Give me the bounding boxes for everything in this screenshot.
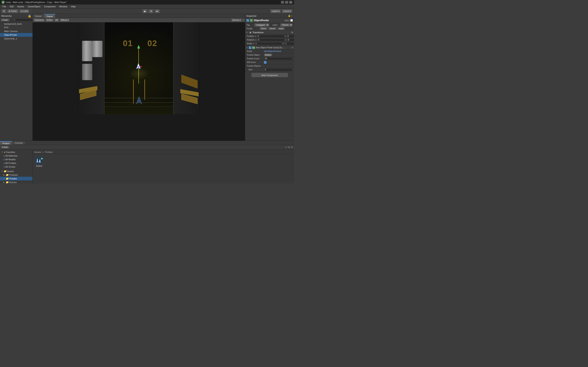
project-tab[interactable]: Project bbox=[0, 141, 12, 145]
rotation-x-input[interactable] bbox=[258, 39, 285, 42]
menu-window[interactable]: Window bbox=[58, 4, 69, 8]
view-tabs: Scene Game bbox=[33, 14, 245, 18]
cylinder-1 bbox=[82, 41, 92, 61]
play-button[interactable]: ▶ bbox=[142, 9, 148, 13]
hierarchy-item-label: Spaceship_1 bbox=[4, 37, 17, 40]
bottom-toolbar: Create ⊙ ⊞ ⚙ bbox=[0, 145, 294, 150]
step-button[interactable]: ⏭ bbox=[155, 9, 160, 13]
all-scripts-item[interactable]: ⊙ All Scripts bbox=[0, 165, 33, 169]
layers-dropdown[interactable]: Layers ▾ bbox=[270, 9, 281, 13]
transform-section-header[interactable]: ▼ ⊞ Transform ⚙ bbox=[245, 30, 294, 34]
bullets-asset[interactable]: Bullets bbox=[34, 156, 44, 168]
all-materials-item[interactable]: ⊙ All Materials bbox=[0, 154, 33, 158]
pooled-object-label: Pooled Object bbox=[247, 54, 263, 56]
menu-help[interactable]: Help bbox=[69, 4, 77, 8]
static-checkbox[interactable] bbox=[290, 19, 293, 22]
script-component-header[interactable]: ▼ C# New Object Pooler Script (Sc... ⚙ bbox=[245, 45, 294, 50]
breadcrumb-assets[interactable]: Assets bbox=[34, 151, 41, 153]
tag-dropdown[interactable]: Untagged bbox=[254, 23, 269, 27]
script-active-checkbox[interactable] bbox=[249, 47, 251, 49]
menu-edit[interactable]: Edit bbox=[8, 4, 15, 8]
main-content: Hierarchy 🔒 Create background_back FPS M… bbox=[0, 14, 294, 184]
object-active-checkbox[interactable] bbox=[246, 19, 249, 22]
hierarchy-item-fps[interactable]: FPS bbox=[0, 26, 33, 29]
gizmos-dropdown[interactable]: Gizmos ▾ bbox=[231, 18, 242, 22]
pos-y-label: Y bbox=[285, 35, 287, 37]
2d-toggle[interactable]: 2D bbox=[54, 18, 59, 22]
scale-row: Scale X Y Z bbox=[245, 42, 294, 45]
bottom-content: ▼ ★ Favorites ⊙ All Materials ⊙ All Mode… bbox=[0, 150, 294, 184]
hierarchy-create-btn[interactable]: Create bbox=[1, 18, 9, 21]
menu-file[interactable]: File bbox=[1, 4, 8, 8]
scale-x-input[interactable] bbox=[255, 42, 282, 45]
scale-y-input[interactable] bbox=[285, 42, 294, 45]
close-btn[interactable]: ✕ bbox=[289, 1, 292, 4]
toolbar-center-btn[interactable]: ⊕ Center bbox=[7, 9, 18, 13]
script-settings-icon[interactable]: ⚙ bbox=[291, 47, 293, 49]
layer-dropdown[interactable]: Default bbox=[280, 23, 293, 27]
inspector-menu-icon[interactable]: ≡ bbox=[292, 15, 293, 17]
add-component-button[interactable]: Add Component bbox=[251, 73, 288, 77]
textured-dropdown[interactable]: Textured ▾ bbox=[34, 18, 45, 22]
scale-xyz: X Y Z bbox=[253, 42, 294, 45]
favorites-header[interactable]: ▼ ★ Favorites bbox=[0, 150, 33, 154]
hierarchy-lock-icon[interactable]: 🔒 bbox=[28, 14, 31, 17]
inspector-lock-icon[interactable]: 🔒 bbox=[288, 15, 291, 17]
toolbar-menu-btn[interactable]: ☰ bbox=[2, 9, 6, 13]
minimize-btn[interactable]: ─ bbox=[281, 1, 284, 4]
pooled-objects-label: Pooled Objects bbox=[247, 65, 263, 67]
assets-header[interactable]: ▼ 📁 Assets bbox=[0, 169, 33, 173]
prefab-revert-btn[interactable]: Revert bbox=[268, 27, 277, 30]
pause-button[interactable]: ⏸ bbox=[148, 9, 154, 13]
hierarchy-panel: Hierarchy 🔒 Create background_back FPS M… bbox=[0, 14, 33, 141]
hierarchy-item-spaceship[interactable]: Spaceship_1 bbox=[0, 37, 33, 40]
position-y-input[interactable] bbox=[287, 35, 294, 38]
will-grow-checkbox[interactable] bbox=[264, 61, 267, 64]
hierarchy-item-background-back[interactable]: background_back bbox=[0, 22, 33, 26]
title-bar: U Unity - Main.unity - ObjectPoolingDemo… bbox=[0, 0, 294, 4]
game-viewport: 01 02 bbox=[33, 22, 245, 141]
toolbar-local-btn[interactable]: ◎ Local bbox=[19, 9, 29, 13]
bottom-search-icon[interactable]: ⊙ bbox=[285, 146, 287, 149]
breadcrumb-prefabs[interactable]: Prefabs bbox=[45, 151, 53, 153]
project-create-btn[interactable]: Create bbox=[1, 146, 9, 149]
size-input[interactable] bbox=[264, 68, 292, 71]
prefabs-folder[interactable]: ▼ 📁 Prefabs bbox=[0, 177, 33, 180]
rotation-y-input[interactable] bbox=[287, 39, 294, 42]
finished-folder[interactable]: ▶ 📁 Finished bbox=[0, 173, 33, 177]
position-y-field: Y bbox=[285, 35, 294, 38]
gizmo-arrow-up bbox=[137, 45, 140, 49]
menu-component[interactable]: Component bbox=[42, 4, 57, 8]
rgb-dropdown[interactable]: RGB ▾ bbox=[45, 18, 53, 22]
script-ref-link[interactable]: NewObjectPoolerS bbox=[264, 50, 281, 52]
project-main: Assets ► Prefabs bbox=[33, 150, 294, 184]
pooled-count-input[interactable] bbox=[264, 57, 292, 60]
console-tab[interactable]: Console bbox=[12, 141, 25, 145]
maximize-icon[interactable]: ⊡ bbox=[242, 19, 244, 21]
hierarchy-item-main-camera[interactable]: Main Camera bbox=[0, 29, 33, 33]
asset-grid: Bullets bbox=[34, 155, 293, 169]
prefab-select-btn[interactable]: Select bbox=[259, 27, 268, 30]
menu-gameobject[interactable]: GameObject bbox=[26, 4, 42, 8]
menu-assets[interactable]: Assets bbox=[16, 4, 26, 8]
scenes-folder[interactable]: ▶ 📁 Scenes bbox=[0, 180, 33, 184]
corridor-line-right bbox=[144, 80, 145, 100]
hierarchy-item-objectpooler[interactable]: ObjectPooler bbox=[0, 33, 33, 37]
scale-y-label: Y bbox=[283, 43, 285, 45]
transform-settings-icon[interactable]: ⚙ bbox=[291, 31, 293, 34]
all-prefabs-item[interactable]: ⊙ All Prefabs bbox=[0, 161, 33, 165]
scene-tab[interactable]: Scene bbox=[33, 14, 44, 18]
rotation-label: Rotation bbox=[247, 39, 254, 41]
game-tab[interactable]: Game bbox=[44, 14, 55, 18]
all-models-item[interactable]: ⊙ All Models bbox=[0, 158, 33, 161]
window-controls[interactable]: ─ □ ✕ bbox=[281, 1, 292, 4]
layout-dropdown[interactable]: Layout ▾ bbox=[282, 9, 292, 13]
prefab-apply-btn[interactable]: Apply bbox=[277, 27, 285, 30]
pooled-object-value[interactable]: Bullets bbox=[264, 53, 272, 57]
bottom-tabs: Project Console bbox=[0, 141, 294, 145]
bottom-settings-icon[interactable]: ⚙ bbox=[291, 146, 293, 149]
maximize-btn[interactable]: □ bbox=[285, 1, 288, 4]
position-x-input[interactable] bbox=[257, 35, 285, 38]
bottom-collapse-icon[interactable]: ⊞ bbox=[288, 146, 290, 149]
fx-dropdown[interactable]: Effects ▾ bbox=[60, 18, 70, 22]
